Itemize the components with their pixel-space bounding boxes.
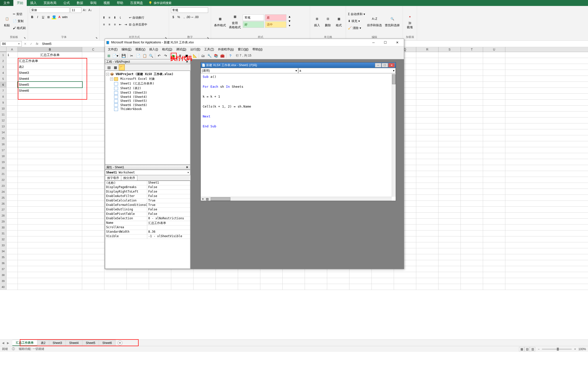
cell-S17[interactable] [439, 147, 461, 153]
cell-D39[interactable] [104, 278, 127, 284]
cell-B23[interactable] [18, 183, 82, 189]
tab-file[interactable]: 文件 [0, 0, 13, 6]
cell-R40[interactable] [416, 284, 439, 290]
row-header-19[interactable]: 19 [0, 159, 6, 165]
vba-design-icon[interactable]: 📐 [192, 53, 198, 59]
col-header-B[interactable]: B [18, 47, 82, 52]
cell-C31[interactable] [82, 230, 104, 236]
font-size-select[interactable] [71, 7, 81, 13]
cell-R27[interactable] [416, 207, 439, 212]
sheet-tab-0[interactable]: 汇总工作表单 [12, 340, 37, 346]
cell-T27[interactable] [461, 207, 483, 212]
row-header-2[interactable]: 2 [0, 58, 6, 64]
vba-menu-t[interactable]: 工具(T) [202, 47, 216, 52]
row-header-32[interactable]: 32 [0, 236, 6, 242]
code-vscrollbar[interactable] [392, 73, 396, 197]
increase-indent-icon[interactable]: ⇥ [123, 22, 128, 27]
cell-A12[interactable] [6, 117, 18, 123]
toggle-folders-icon[interactable]: 📁 [119, 64, 125, 70]
cell-C20[interactable] [82, 165, 104, 171]
cell-D38[interactable] [104, 272, 127, 278]
row-header-3[interactable]: 3 [0, 64, 6, 70]
cell-B31[interactable] [18, 230, 82, 236]
cell-B1[interactable]: 汇总工作表单 [18, 52, 82, 58]
row-header-33[interactable]: 33 [0, 242, 6, 248]
cell-T22[interactable] [461, 177, 483, 183]
cell-R34[interactable] [416, 248, 439, 254]
tab-review[interactable]: 审阅 [87, 0, 100, 6]
confirm-formula-icon[interactable]: ✓ [28, 41, 34, 47]
copy-button[interactable]: 📄 复制 [13, 18, 26, 24]
cell-B9[interactable] [18, 100, 82, 105]
cell-S37[interactable] [439, 266, 461, 272]
prop-row-5[interactable]: EnableFormatConditionsCalculationTrue [105, 203, 190, 208]
vba-help-icon[interactable]: ? [227, 53, 233, 59]
cell-R9[interactable] [416, 100, 439, 105]
cell-T30[interactable] [461, 225, 483, 230]
prop-row-2[interactable]: DisplayRightToLeftFalse [105, 190, 190, 194]
cell-C22[interactable] [82, 177, 104, 183]
cell-C8[interactable] [82, 94, 104, 99]
cell-B19[interactable] [18, 159, 82, 165]
vba-undo-icon[interactable]: ↶ [156, 53, 162, 59]
cell-S29[interactable] [439, 219, 461, 224]
cell-A13[interactable] [6, 123, 18, 129]
bold-button[interactable]: B [30, 15, 34, 19]
cell-S34[interactable] [439, 248, 461, 254]
cell-A38[interactable] [6, 272, 18, 278]
vba-copy-icon[interactable]: 📄 [135, 53, 141, 59]
cell-R17[interactable] [416, 147, 439, 153]
cell-U37[interactable] [483, 266, 505, 272]
cell-B22[interactable] [18, 177, 82, 183]
cell-R24[interactable] [416, 189, 439, 195]
cell-C2[interactable] [82, 58, 104, 64]
cell-R5[interactable] [416, 76, 439, 82]
prop-row-3[interactable]: EnableAutoFilterFalse [105, 194, 190, 199]
cell-C34[interactable] [82, 248, 104, 254]
tab-view[interactable]: 视图 [100, 0, 113, 6]
cell-A24[interactable] [6, 189, 18, 195]
cell-S8[interactable] [439, 94, 461, 99]
cell-Q38[interactable] [394, 272, 416, 278]
accounting-icon[interactable]: $ [171, 15, 175, 19]
style-up-icon[interactable]: ▲ [287, 14, 292, 19]
cell-A9[interactable] [6, 100, 18, 105]
code-procedure-dropdown[interactable]: a▾ [298, 68, 396, 73]
cell-T4[interactable] [461, 70, 483, 76]
cell-C3[interactable] [82, 64, 104, 70]
vba-save-icon[interactable]: 💾 [121, 53, 126, 59]
cell-C30[interactable] [82, 225, 104, 230]
cell-C28[interactable] [82, 213, 104, 218]
tree-item-2[interactable]: Sheet3 (Sheet3) [106, 91, 189, 95]
table-format-button[interactable]: ▦ 套用 表格格式 [228, 12, 242, 30]
cell-A17[interactable] [6, 147, 18, 153]
sheet-tab-2[interactable]: Sheet3 [49, 340, 66, 346]
cell-C35[interactable] [82, 254, 104, 260]
cell-R26[interactable] [416, 201, 439, 206]
cell-S40[interactable] [439, 284, 461, 290]
cell-C26[interactable] [82, 201, 104, 206]
cell-U16[interactable] [483, 141, 505, 147]
cell-S25[interactable] [439, 195, 461, 200]
cell-P38[interactable] [372, 272, 394, 278]
cell-T19[interactable] [461, 159, 483, 165]
cell-A28[interactable] [6, 213, 18, 218]
cell-C18[interactable] [82, 153, 104, 159]
cell-U33[interactable] [483, 242, 505, 248]
cell-T9[interactable] [461, 100, 483, 105]
decrease-indent-icon[interactable]: ⇤ [118, 22, 122, 27]
cell-A31[interactable] [6, 230, 18, 236]
prop-row-9[interactable]: Name汇总工作表单 [105, 221, 190, 225]
cell-T24[interactable] [461, 189, 483, 195]
cell-C40[interactable] [82, 284, 104, 290]
cell-B21[interactable] [18, 171, 82, 177]
code-hscrollbar[interactable]: ≡ ▤ [201, 197, 392, 201]
project-tree[interactable]: −📦 VBAProject (新建 XLSX 工作表.xlsx) − Micro… [105, 71, 190, 165]
cell-T13[interactable] [461, 123, 483, 129]
cell-A20[interactable] [6, 165, 18, 171]
cell-U31[interactable] [483, 230, 505, 236]
cell-J39[interactable] [238, 278, 260, 284]
cell-A5[interactable] [6, 76, 18, 82]
vba-menu-r[interactable]: 运行(R) [188, 47, 202, 52]
cell-R35[interactable] [416, 254, 439, 260]
